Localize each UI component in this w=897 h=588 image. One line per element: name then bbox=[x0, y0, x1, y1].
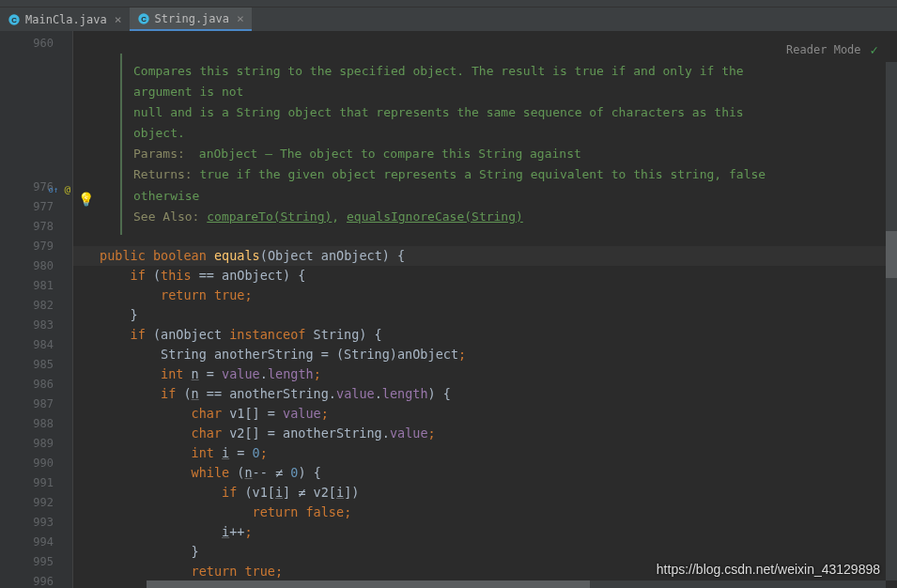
scrollbar-thumb[interactable] bbox=[147, 580, 590, 588]
line-number: 992 bbox=[0, 493, 72, 513]
editor-area: 960 976o↑ @ 977 978 979 980 981 982 983 … bbox=[0, 31, 897, 588]
code-line[interactable]: int i = 0; bbox=[73, 443, 897, 463]
line-number: 979 bbox=[0, 237, 72, 256]
javadoc-block: Compares this string to the specified ob… bbox=[120, 54, 796, 235]
line-number: 976o↑ @ bbox=[0, 178, 72, 197]
svg-text:C: C bbox=[11, 15, 17, 23]
intention-bulb-icon[interactable]: 💡 bbox=[78, 192, 94, 207]
watermark: https://blog.csdn.net/weixin_43129898 bbox=[657, 562, 880, 577]
line-number: 984 bbox=[0, 335, 72, 355]
editor-tabs: C MainCla.java × C String.java × bbox=[0, 8, 897, 31]
line-number: 985 bbox=[0, 355, 72, 375]
doc-link[interactable]: equalsIgnoreCase(String) bbox=[347, 209, 523, 224]
check-icon[interactable]: ✓ bbox=[871, 42, 878, 57]
code-line[interactable]: } bbox=[73, 305, 897, 325]
doc-seealso: See Also: compareTo(String), equalsIgnor… bbox=[133, 207, 796, 227]
line-number: 988 bbox=[0, 414, 72, 434]
line-number: 980 bbox=[0, 256, 72, 276]
line-number: 981 bbox=[0, 276, 72, 296]
code-line[interactable]: if (v1[i] ≠ v2[i]) bbox=[73, 483, 897, 503]
code-line[interactable]: if (n == anotherString.value.length) { bbox=[73, 384, 897, 404]
line-number: 982 bbox=[0, 296, 72, 316]
tab-string[interactable]: C String.java × bbox=[130, 8, 252, 31]
line-number: 987 bbox=[0, 395, 72, 414]
doc-link[interactable]: compareTo(String) bbox=[207, 209, 332, 224]
close-icon[interactable]: × bbox=[115, 12, 122, 26]
line-number: 977 bbox=[0, 197, 72, 217]
code-line[interactable]: public boolean equals(Object anObject) { bbox=[73, 246, 897, 266]
line-number: 983 bbox=[0, 316, 72, 335]
line-number: 960 bbox=[0, 34, 72, 54]
reader-mode-label[interactable]: Reader Mode bbox=[786, 43, 860, 56]
code-line[interactable]: char v1[] = value; bbox=[73, 404, 897, 424]
scrollbar-thumb[interactable] bbox=[886, 231, 897, 278]
line-number: 978 bbox=[0, 217, 72, 237]
doc-description: Compares this string to the specified ob… bbox=[133, 61, 796, 144]
code-line[interactable]: String anotherString = (String)anObject; bbox=[73, 345, 897, 364]
code-area[interactable]: Reader Mode ✓ 💡 Compares this string to … bbox=[73, 31, 897, 588]
override-icon[interactable]: o↑ bbox=[49, 185, 59, 194]
code-line[interactable]: return true; bbox=[73, 286, 897, 305]
code-line[interactable]: if (this == anObject) { bbox=[73, 266, 897, 286]
code-line[interactable]: while (n-- ≠ 0) { bbox=[73, 463, 897, 483]
line-number: 989 bbox=[0, 434, 72, 454]
vertical-scrollbar[interactable] bbox=[886, 62, 897, 580]
doc-params: Params: anObject – The object to compare… bbox=[133, 144, 796, 164]
line-number: 991 bbox=[0, 473, 72, 493]
top-menu-bar bbox=[0, 0, 897, 8]
horizontal-scrollbar[interactable] bbox=[147, 580, 886, 588]
annotation-icon: @ bbox=[64, 183, 70, 195]
close-icon[interactable]: × bbox=[237, 11, 244, 25]
line-number: 990 bbox=[0, 454, 72, 473]
code-line[interactable]: } bbox=[73, 542, 897, 562]
class-icon: C bbox=[137, 12, 150, 25]
tab-label: MainCla.java bbox=[25, 13, 107, 26]
tab-label: String.java bbox=[155, 12, 229, 25]
code-line[interactable]: if (anObject instanceof String) { bbox=[73, 325, 897, 345]
code-line[interactable]: char v2[] = anotherString.value; bbox=[73, 424, 897, 443]
code-lines[interactable]: public boolean equals(Object anObject) {… bbox=[73, 242, 897, 588]
svg-text:C: C bbox=[141, 14, 147, 23]
line-number: 993 bbox=[0, 513, 72, 533]
code-line[interactable]: i++; bbox=[73, 522, 897, 542]
line-number: 994 bbox=[0, 533, 72, 552]
reader-mode-bar: Reader Mode ✓ bbox=[767, 31, 897, 69]
line-number: 996 bbox=[0, 572, 72, 588]
code-line[interactable]: int n = value.length; bbox=[73, 364, 897, 384]
tab-maincla[interactable]: C MainCla.java × bbox=[0, 8, 130, 31]
code-line[interactable]: return false; bbox=[73, 503, 897, 522]
class-icon: C bbox=[8, 13, 21, 26]
line-number-gutter: 960 976o↑ @ 977 978 979 980 981 982 983 … bbox=[0, 31, 73, 588]
line-number: 986 bbox=[0, 375, 72, 395]
doc-returns: Returns: true if the given object repres… bbox=[133, 164, 796, 206]
line-number: 995 bbox=[0, 552, 72, 572]
